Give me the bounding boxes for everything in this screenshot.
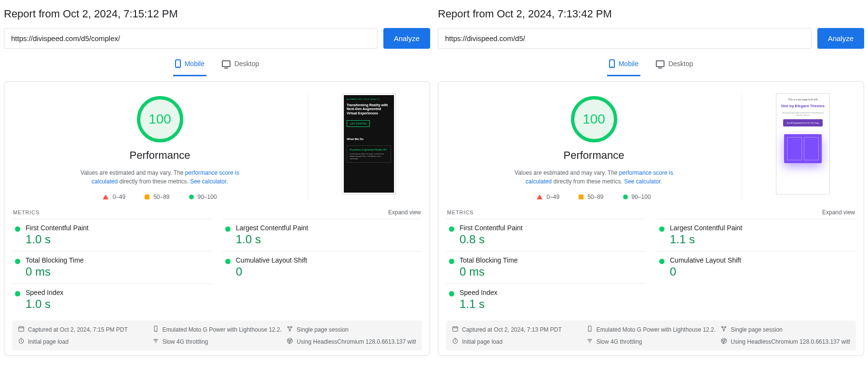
- tab-desktop[interactable]: Desktop: [220, 55, 261, 76]
- report-title: Report from Oct 2, 2024, 7:15:12 PM: [4, 8, 430, 20]
- metric-item: Largest Contentful Paint 1.1 s: [656, 219, 856, 251]
- legend-good: 90–100: [189, 194, 217, 200]
- metric-value: 0: [670, 265, 856, 279]
- mobile-icon: [609, 59, 615, 68]
- performance-note: Values are estimated and may vary. The p…: [502, 168, 686, 186]
- report-panel: Report from Oct 2, 2024, 7:13:42 PM Anal…: [438, 4, 864, 356]
- metric-value: 0 ms: [26, 265, 212, 279]
- legend-good: 90–100: [623, 194, 651, 200]
- url-input[interactable]: [4, 28, 378, 49]
- metric-value: 1.0 s: [26, 297, 212, 311]
- metric-item: Total Blocking Time 0 ms: [446, 251, 646, 283]
- tab-mobile[interactable]: Mobile: [173, 55, 206, 76]
- device-tabs: Mobile Desktop: [438, 55, 864, 76]
- thumb-preview-box: [784, 134, 822, 163]
- square-icon: [145, 195, 149, 199]
- see-calculator-link[interactable]: See calculator.: [190, 178, 228, 185]
- score-value: 100: [583, 112, 605, 127]
- page-thumbnail: This is a test page built with Divi by E…: [776, 93, 830, 195]
- timer-icon: [452, 337, 459, 346]
- metric-item: Total Blocking Time 0 ms: [12, 251, 212, 283]
- thumb-top-text: This is a test page built with: [788, 98, 817, 101]
- score-legend: 0–49 50–89 90–100: [451, 194, 737, 200]
- svg-rect-9: [453, 327, 458, 331]
- wifi-icon: [152, 337, 159, 346]
- tab-desktop[interactable]: Desktop: [654, 55, 695, 76]
- thumb-tag: AUGMENTING YOUR REALITY: [347, 98, 391, 100]
- metric-value: 1.0 s: [26, 233, 212, 246]
- metric-item: First Contentful Paint 1.0 s: [12, 219, 212, 251]
- captured-at: Captured at Oct 2, 2024, 7:15 PM PDT: [18, 325, 148, 334]
- svg-point-4: [289, 330, 290, 331]
- svg-point-3: [291, 326, 292, 327]
- browser: Using HeadlessChromium 128.0.6613.137 wi…: [286, 337, 416, 346]
- calendar-icon: [452, 325, 459, 334]
- metric-name: Total Blocking Time: [460, 256, 646, 264]
- network-icon: [286, 325, 293, 334]
- throttling: Slow 4G throttling: [152, 337, 282, 346]
- metrics-label: METRICS: [447, 209, 474, 215]
- env-footer: Captured at Oct 2, 2024, 7:15 PM PDT Emu…: [12, 321, 422, 350]
- session-type: Single page session: [720, 325, 850, 334]
- metric-name: First Contentful Paint: [460, 224, 646, 232]
- svg-point-11: [722, 326, 723, 327]
- calendar-icon: [18, 325, 25, 334]
- svg-point-12: [725, 326, 726, 327]
- emulated-device: Emulated Moto G Power with Lighthouse 12…: [586, 325, 716, 334]
- env-footer: Captured at Oct 2, 2024, 7:13 PM PDT Emu…: [446, 321, 856, 350]
- svg-rect-1: [154, 326, 157, 332]
- triangle-icon: [537, 195, 542, 199]
- score-legend: 0–49 50–89 90–100: [17, 194, 303, 200]
- metric-name: Cumulative Layout Shift: [670, 256, 856, 264]
- metric-name: Largest Contentful Paint: [236, 224, 422, 232]
- mobile-icon: [175, 59, 181, 68]
- metric-value: 1.0 s: [236, 233, 422, 246]
- metric-item: Largest Contentful Paint 1.0 s: [222, 219, 422, 251]
- analyze-button[interactable]: Analyze: [383, 28, 430, 49]
- metrics-label: METRICS: [13, 209, 40, 215]
- square-icon: [579, 195, 583, 199]
- tab-mobile[interactable]: Mobile: [607, 55, 640, 76]
- thumb-subhead: What We Do: [347, 138, 391, 140]
- report-title: Report from Oct 2, 2024, 7:13:42 PM: [438, 8, 864, 20]
- emulated-device: Emulated Moto G Power with Lighthouse 12…: [152, 325, 282, 334]
- legend-mid: 50–89: [145, 194, 169, 200]
- chrome-icon: [286, 337, 293, 346]
- metric-name: First Contentful Paint: [26, 224, 212, 232]
- triangle-icon: [103, 195, 108, 199]
- session-type: Single page session: [286, 325, 416, 334]
- load-type: Initial page load: [18, 337, 148, 346]
- legend-poor: 0–49: [537, 194, 559, 200]
- analyze-button[interactable]: Analyze: [817, 28, 864, 49]
- expand-view-link[interactable]: Expand view: [388, 209, 421, 216]
- browser: Using HeadlessChromium 128.0.6613.137 wi…: [720, 337, 850, 346]
- metric-item: Speed Index 1.1 s: [446, 283, 646, 316]
- metric-name: Speed Index: [460, 289, 646, 296]
- svg-point-17: [723, 340, 725, 342]
- thumb-small: This layout has been built with the Divi…: [781, 112, 825, 116]
- url-row: Analyze: [438, 28, 864, 49]
- load-type: Initial page load: [452, 337, 582, 346]
- see-calculator-link[interactable]: See calculator.: [624, 178, 662, 185]
- metric-item: Speed Index 1.0 s: [12, 283, 212, 316]
- url-row: Analyze: [4, 28, 430, 49]
- phone-icon: [586, 325, 593, 334]
- legend-poor: 0–49: [103, 194, 125, 200]
- metrics-grid: First Contentful Paint 1.0 s Largest Con…: [12, 219, 422, 316]
- circle-icon: [189, 195, 194, 199]
- metric-value: 0 ms: [460, 265, 646, 279]
- url-input[interactable]: [438, 28, 812, 49]
- expand-view-link[interactable]: Expand view: [822, 209, 855, 216]
- metric-value: 0: [236, 265, 422, 279]
- score-gauge: 100: [571, 96, 617, 142]
- network-icon: [720, 325, 727, 334]
- svg-point-15: [589, 343, 590, 343]
- throttling: Slow 4G throttling: [586, 337, 716, 346]
- metric-name: Largest Contentful Paint: [670, 224, 856, 232]
- wifi-icon: [586, 337, 593, 346]
- chrome-icon: [720, 337, 727, 346]
- metric-item: Cumulative Layout Shift 0: [656, 251, 856, 283]
- report-card: 100 Performance Values are estimated and…: [4, 81, 430, 356]
- phone-icon: [152, 325, 159, 334]
- page-thumbnail: AUGMENTING YOUR REALITY Transforming Rea…: [342, 93, 396, 195]
